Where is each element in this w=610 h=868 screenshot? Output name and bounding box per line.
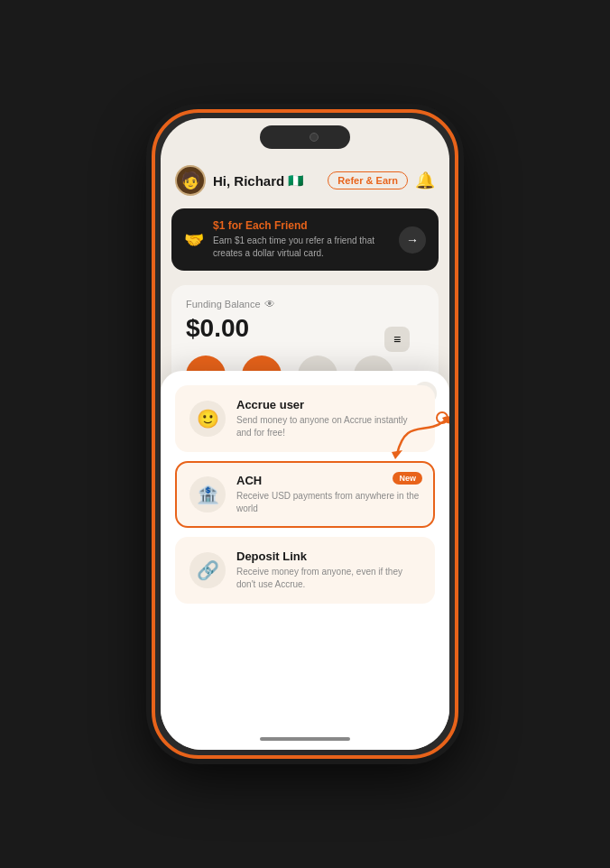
camera-dot [310,133,319,142]
new-badge: New [393,472,422,485]
app-content: 🧑 Hi, Richard 🇳🇬 Refer & Earn 🔔 🤝 $1 for… [161,118,449,750]
accrue-user-desc: Send money to anyone on Accrue instantly… [236,414,421,439]
deposit-modal: × 🙂 Accrue user Send money to anyone on … [161,371,449,750]
flag-emoji: 🇳🇬 [288,173,303,188]
eye-icon[interactable]: 👁 [264,298,275,310]
accrue-user-title: Accrue user [236,398,421,411]
hi-text: Hi, Richard [213,173,284,189]
deposit-link-desc: Receive money from anyone, even if they … [236,566,421,591]
balance-label: Funding Balance 👁 [186,298,424,310]
ach-desc: Receive USD payments from anywhere in th… [236,490,421,515]
header-left: 🧑 Hi, Richard 🇳🇬 [175,165,303,196]
deposit-link-title: Deposit Link [236,549,421,563]
phone-screen: 🧑 Hi, Richard 🇳🇬 Refer & Earn 🔔 🤝 $1 for… [161,118,449,750]
arrow-icon: → [406,233,419,247]
deposit-link-icon: 🔗 [189,552,226,588]
svg-point-0 [437,412,448,423]
phone-notch [260,125,350,149]
app-header: 🧑 Hi, Richard 🇳🇬 Refer & Earn 🔔 [161,158,449,201]
phone-device: 🧑 Hi, Richard 🇳🇬 Refer & Earn 🔔 🤝 $1 for… [152,109,458,759]
promo-text: $1 for Each Friend Earn $1 each time you… [213,219,390,260]
refer-earn-button[interactable]: Refer & Earn [328,171,408,189]
balance-card-icon[interactable]: ≡ [384,327,410,352]
balance-label-text: Funding Balance [186,299,261,309]
deposit-link-option[interactable]: 🔗 Deposit Link Receive money from anyone… [175,537,435,604]
promo-banner[interactable]: 🤝 $1 for Each Friend Earn $1 each time y… [171,208,439,271]
promo-icon: 🤝 [184,230,204,250]
ach-icon: 🏦 [189,476,226,512]
promo-title: $1 for Each Friend [213,219,390,232]
avatar[interactable]: 🧑 [175,165,206,196]
deposit-link-text: Deposit Link Receive money from anyone, … [236,549,421,591]
promo-description: Earn $1 each time you refer a friend tha… [213,235,390,260]
accrue-user-icon: 🙂 [189,401,226,437]
promo-arrow-button[interactable]: → [399,226,426,254]
home-bar [260,737,350,741]
greeting-text: Hi, Richard 🇳🇬 [213,173,303,189]
accrue-user-text: Accrue user Send money to anyone on Accr… [236,398,421,439]
accrue-user-option[interactable]: 🙂 Accrue user Send money to anyone on Ac… [175,385,435,452]
ach-option[interactable]: 🏦 ACH Receive USD payments from anywhere… [175,461,435,528]
bell-icon[interactable]: 🔔 [415,171,435,190]
balance-row: $0.00 ≡ [186,314,424,343]
